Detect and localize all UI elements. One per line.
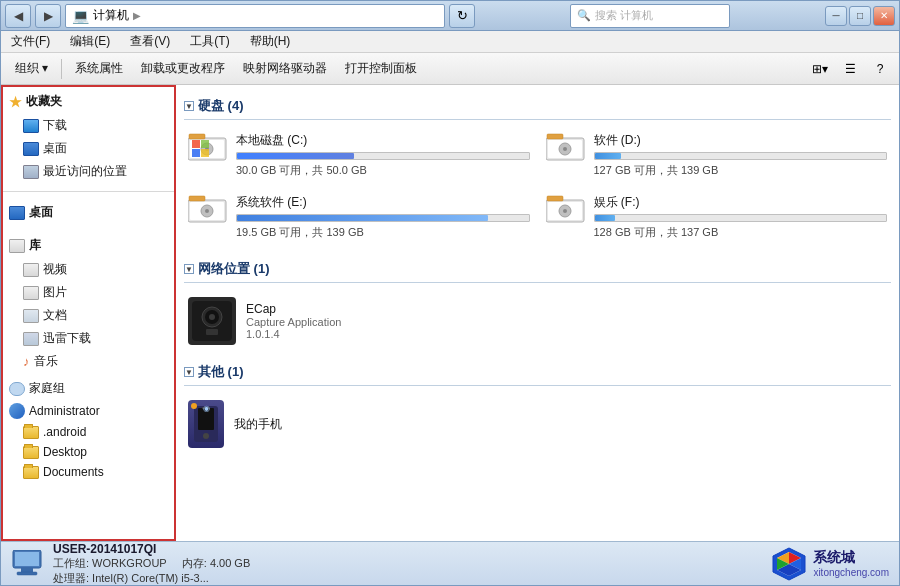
address-arrow: ▶ <box>133 10 141 21</box>
sidebar-item-documents-folder[interactable]: Documents <box>1 462 175 482</box>
documents-folder-icon <box>23 466 39 479</box>
drive-f-bar-container <box>594 214 888 222</box>
minimize-button[interactable]: ─ <box>825 6 847 26</box>
desktop-folder-icon <box>23 446 39 459</box>
documents-icon <box>23 309 39 323</box>
status-computer-name: USER-20141017QI <box>53 542 761 556</box>
other-label: 其他 (1) <box>198 363 244 381</box>
sidebar-item-admin[interactable]: Administrator <box>1 400 175 422</box>
sidebar-item-recent[interactable]: 最近访问的位置 <box>1 160 175 183</box>
toolbar: 组织 ▾ 系统属性 卸载或更改程序 映射网络驱动器 打开控制面板 ⊞▾ ☰ ? <box>1 53 899 85</box>
address-field[interactable]: 💻 计算机 ▶ <box>65 4 445 28</box>
homegroup-icon <box>9 382 25 396</box>
forward-button[interactable]: ▶ <box>35 4 61 28</box>
download-icon <box>23 119 39 133</box>
sidebar-item-video[interactable]: 视频 <box>1 258 175 281</box>
search-field[interactable]: 🔍 搜索 计算机 <box>570 4 730 28</box>
hard-drives-label: 硬盘 (4) <box>198 97 244 115</box>
maximize-button[interactable]: □ <box>849 6 871 26</box>
android-label: .android <box>43 425 86 439</box>
status-workgroup: 工作组: WORKGROUP <box>53 557 166 569</box>
desktop-section-label: 桌面 <box>29 204 53 221</box>
sidebar-item-homegroup[interactable]: 家庭组 <box>1 377 175 400</box>
open-control-panel-button[interactable]: 打开控制面板 <box>337 56 425 82</box>
other-item-phone[interactable]: 我的手机 <box>184 394 891 454</box>
menu-file[interactable]: 文件(F) <box>7 31 54 52</box>
uninstall-button[interactable]: 卸载或更改程序 <box>133 56 233 82</box>
svg-rect-32 <box>202 407 210 409</box>
svg-rect-6 <box>201 140 209 148</box>
svg-rect-34 <box>15 552 39 566</box>
back-button[interactable]: ◀ <box>5 4 31 28</box>
phone-name: 我的手机 <box>234 416 282 433</box>
desktop-section-icon <box>9 206 25 220</box>
menu-help[interactable]: 帮助(H) <box>246 31 295 52</box>
documents-label: 文档 <box>43 307 67 324</box>
desktop-folder-label: Desktop <box>43 445 87 459</box>
sidebar-item-desktop-folder[interactable]: Desktop <box>1 442 175 462</box>
svg-rect-8 <box>201 149 209 157</box>
documents-folder-label: Documents <box>43 465 104 479</box>
organize-button[interactable]: 组织 ▾ <box>7 56 56 82</box>
sidebar-item-music[interactable]: ♪ 音乐 <box>1 350 175 373</box>
search-icon: 🔍 <box>577 9 591 22</box>
sidebar-item-download[interactable]: 下载 <box>1 114 175 137</box>
svg-point-27 <box>209 314 215 320</box>
drive-c-space: 30.0 GB 可用，共 50.0 GB <box>236 163 530 178</box>
ecap-info: ECap Capture Application 1.0.1.4 <box>246 302 341 340</box>
admin-icon <box>9 403 25 419</box>
sidebar-item-xunlei[interactable]: 迅雷下载 <box>1 327 175 350</box>
watermark-label: 系统城 <box>813 549 889 567</box>
favorites-label: 收藏夹 <box>26 93 62 110</box>
title-bar: ◀ ▶ 💻 计算机 ▶ ↻ 🔍 搜索 计算机 ─ □ ✕ <box>1 1 899 31</box>
map-drive-button[interactable]: 映射网络驱动器 <box>235 56 335 82</box>
drive-c[interactable]: 本地磁盘 (C:) 30.0 GB 可用，共 50.0 GB <box>184 128 534 182</box>
svg-rect-5 <box>192 140 200 148</box>
other-header: ▼ 其他 (1) <box>184 359 891 386</box>
status-processor: 处理器: Intel(R) Core(TM) i5-3... <box>53 571 761 586</box>
details-pane-button[interactable]: ☰ <box>837 58 863 80</box>
svg-point-22 <box>563 209 567 213</box>
desktop-icon <box>23 142 39 156</box>
help-button[interactable]: ? <box>867 58 893 80</box>
computer-icon: 💻 <box>72 8 89 24</box>
close-button[interactable]: ✕ <box>873 6 895 26</box>
svg-rect-7 <box>192 149 200 157</box>
drive-d[interactable]: 软件 (D:) 127 GB 可用，共 139 GB <box>542 128 892 182</box>
hard-drives-toggle[interactable]: ▼ <box>184 101 194 111</box>
drive-f[interactable]: 娱乐 (F:) 128 GB 可用，共 137 GB <box>542 190 892 244</box>
favorites-section: ★ 收藏夹 下载 桌面 最近访问的位置 <box>1 85 175 187</box>
sidebar-item-pictures[interactable]: 图片 <box>1 281 175 304</box>
content-area: ▼ 硬盘 (4) <box>176 85 899 541</box>
desktop-section: 桌面 <box>1 196 175 229</box>
other-toggle[interactable]: ▼ <box>184 367 194 377</box>
network-label: 网络位置 (1) <box>198 260 270 278</box>
favorites-header: ★ 收藏夹 <box>1 89 175 114</box>
system-properties-button[interactable]: 系统属性 <box>67 56 131 82</box>
menu-view[interactable]: 查看(V) <box>126 31 174 52</box>
sidebar-item-desktop[interactable]: 桌面 <box>1 137 175 160</box>
sidebar-item-android[interactable]: .android <box>1 422 175 442</box>
pictures-label: 图片 <box>43 284 67 301</box>
phone-icon <box>188 400 224 448</box>
menu-tools[interactable]: 工具(T) <box>186 31 233 52</box>
drive-d-icon <box>546 132 586 164</box>
sidebar-item-documents[interactable]: 文档 <box>1 304 175 327</box>
svg-point-12 <box>563 147 567 151</box>
menu-edit[interactable]: 编辑(E) <box>66 31 114 52</box>
title-bar-left: ◀ ▶ 💻 计算机 ▶ ↻ <box>5 4 475 28</box>
search-placeholder: 搜索 计算机 <box>595 8 653 23</box>
drive-e-bar-container <box>236 214 530 222</box>
drive-e-name: 系统软件 (E:) <box>236 194 530 211</box>
drive-f-space: 128 GB 可用，共 137 GB <box>594 225 888 240</box>
android-folder-icon <box>23 426 39 439</box>
library-header[interactable]: 库 <box>1 233 175 258</box>
view-options-button[interactable]: ⊞▾ <box>807 58 833 80</box>
desktop-section-header[interactable]: 桌面 <box>1 200 175 225</box>
network-toggle[interactable]: ▼ <box>184 264 194 274</box>
refresh-button[interactable]: ↻ <box>449 4 475 28</box>
drive-e-bar <box>237 215 488 221</box>
drive-e[interactable]: 系统软件 (E:) 19.5 GB 可用，共 139 GB <box>184 190 534 244</box>
network-item-ecap[interactable]: ECap Capture Application 1.0.1.4 <box>184 291 891 351</box>
admin-label: Administrator <box>29 404 100 418</box>
